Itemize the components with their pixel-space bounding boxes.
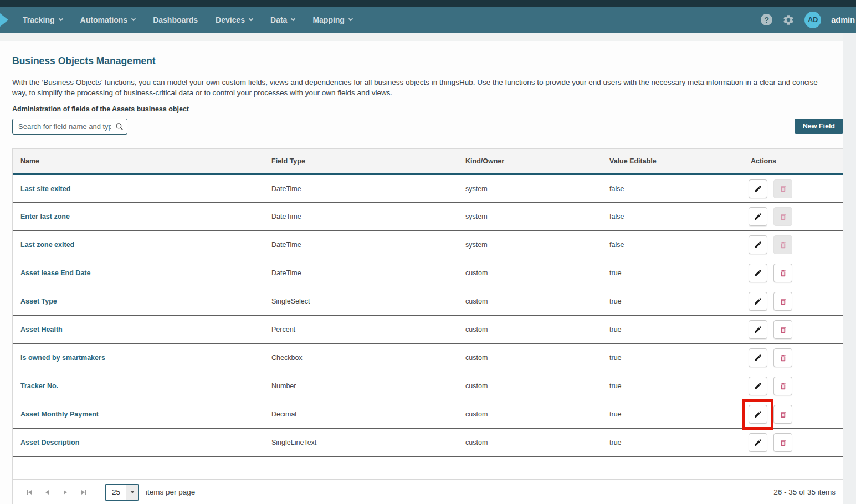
top-strip [0, 0, 856, 7]
help-glyph: ? [765, 16, 770, 24]
navbar-right: ? AD admin [761, 12, 856, 28]
delete-button[interactable] [773, 320, 792, 339]
field-name-link[interactable]: Tracker No. [20, 382, 58, 390]
help-icon[interactable]: ? [761, 14, 772, 25]
trash-icon [779, 326, 787, 334]
field-type-cell: DateTime [264, 231, 458, 259]
grid-toolbar: New Field [12, 119, 843, 135]
pencil-icon [754, 297, 762, 306]
pager: 25 items per page 26 - 35 of 35 items [13, 479, 843, 504]
edit-button-wrap [749, 405, 767, 424]
dropdown-arrow-icon[interactable] [126, 485, 138, 500]
delete-button [773, 235, 792, 254]
field-name-link[interactable]: Enter last zone [20, 213, 70, 220]
table-row: Tracker No. Number custom true [13, 372, 843, 400]
table-header-row: Name Field Type Kind/Owner Value Editabl… [13, 149, 843, 174]
field-name-link[interactable]: Last site exited [20, 185, 70, 193]
page-title: Business Objects Management [12, 55, 843, 67]
edit-button[interactable] [749, 235, 767, 254]
avatar[interactable]: AD [804, 12, 821, 28]
trash-icon [779, 354, 787, 362]
pencil-icon [754, 184, 762, 193]
edit-button[interactable] [749, 320, 767, 339]
trash-icon [779, 439, 787, 447]
field-type-cell: SingleLineText [264, 429, 458, 457]
delete-button [773, 207, 792, 226]
edit-button[interactable] [749, 179, 767, 198]
table-row: Last zone exited DateTime system false [13, 231, 843, 259]
table-row: Asset lease End Date DateTime custom tru… [13, 259, 843, 287]
col-header-field-type[interactable]: Field Type [264, 149, 458, 174]
delete-button[interactable] [773, 433, 792, 452]
trash-icon [779, 382, 787, 390]
col-header-name[interactable]: Name [13, 149, 264, 174]
nav-item-devices[interactable]: Devices [207, 7, 262, 33]
nav-item-tracking[interactable]: Tracking [14, 7, 71, 33]
kind-owner-cell: custom [458, 429, 602, 457]
gear-icon[interactable] [782, 14, 795, 26]
pencil-icon [754, 353, 762, 362]
field-name-link[interactable]: Asset Monthly Payment [20, 410, 99, 418]
trash-icon [779, 213, 787, 221]
value-editable-cell: true [602, 344, 743, 372]
nav-item-label: Automations [80, 16, 128, 24]
delete-button[interactable] [773, 292, 792, 311]
nav-item-automations[interactable]: Automations [71, 7, 145, 33]
edit-button-wrap [749, 433, 767, 452]
username[interactable]: admin [831, 16, 855, 24]
edit-button-wrap [749, 320, 767, 339]
field-name-link[interactable]: Asset Type [20, 297, 57, 305]
nav-item-label: Tracking [23, 16, 55, 24]
nav-item-dashboards[interactable]: Dashboards [144, 7, 207, 33]
value-editable-cell: true [602, 400, 743, 429]
col-header-value-editable[interactable]: Value Editable [602, 149, 743, 174]
trash-icon [779, 269, 787, 277]
delete-button [773, 179, 792, 198]
field-name-link[interactable]: Asset Description [20, 439, 79, 446]
chevron-down-icon [249, 16, 253, 20]
col-header-kind-owner[interactable]: Kind/Owner [458, 149, 602, 174]
value-editable-cell: true [602, 287, 743, 316]
field-name-link[interactable]: Asset lease End Date [20, 269, 90, 277]
edit-button[interactable] [749, 207, 767, 226]
pager-first-button[interactable] [22, 485, 36, 500]
edit-button[interactable] [749, 405, 767, 424]
trash-icon [779, 410, 787, 419]
pager-range-label: 26 - 35 of 35 items [773, 488, 843, 496]
delete-button[interactable] [773, 405, 792, 424]
page-size-value: 25 [106, 485, 126, 500]
kind-owner-cell: system [458, 231, 602, 259]
edit-button[interactable] [749, 377, 767, 395]
chevron-down-icon [131, 16, 136, 20]
table-body: Last site exited DateTime system false [13, 174, 843, 457]
field-name-link[interactable]: Asset Health [20, 326, 63, 333]
new-field-button[interactable]: New Field [795, 119, 843, 134]
edit-button[interactable] [749, 292, 767, 311]
pager-last-button [76, 485, 91, 500]
field-name-link[interactable]: Last zone exited [20, 241, 74, 249]
nav-item-label: Dashboards [153, 16, 198, 24]
field-type-cell: DateTime [264, 174, 458, 203]
page-size-select[interactable]: 25 [105, 484, 139, 501]
edit-button[interactable] [749, 264, 767, 282]
field-type-cell: Percent [264, 316, 458, 344]
fields-grid: Name Field Type Kind/Owner Value Editabl… [12, 148, 843, 504]
delete-button[interactable] [773, 264, 792, 282]
nav-item-mapping[interactable]: Mapping [304, 7, 361, 33]
nav-item-data[interactable]: Data [262, 7, 304, 33]
pencil-icon [754, 325, 762, 334]
value-editable-cell: false [602, 231, 743, 259]
pencil-icon [754, 240, 762, 249]
top-navbar: TrackingAutomationsDashboardsDevicesData… [0, 7, 856, 33]
field-name-link[interactable]: Is owned by smartmakers [20, 354, 105, 362]
edit-button[interactable] [749, 348, 767, 367]
pager-prev-button[interactable] [40, 485, 54, 500]
search-input[interactable] [12, 119, 127, 135]
delete-button[interactable] [773, 348, 792, 367]
delete-button[interactable] [773, 377, 792, 395]
pencil-icon [754, 269, 762, 277]
field-type-cell: Decimal [264, 400, 458, 429]
nav-item-label: Mapping [312, 16, 345, 24]
subnav-strip [0, 33, 843, 41]
edit-button[interactable] [749, 433, 767, 452]
